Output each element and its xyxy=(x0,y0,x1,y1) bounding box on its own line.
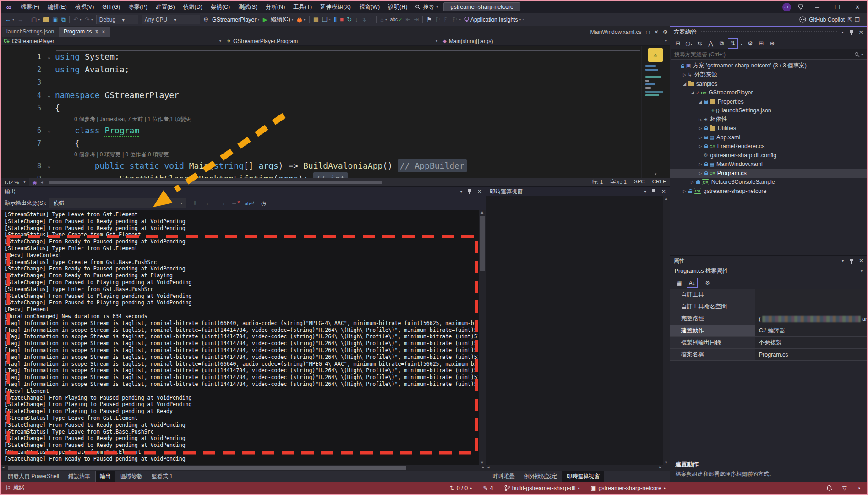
menu-item-4[interactable]: GIT(G) xyxy=(98,1,124,13)
save-all-button[interactable]: ⧉ xyxy=(60,15,67,25)
properties-shortcut-icon[interactable]: ⧉ xyxy=(717,40,727,47)
collapsed-arrow-icon[interactable]: ▷ xyxy=(697,135,704,140)
tabstrip-settings-icon[interactable]: ⚙ xyxy=(663,29,668,35)
breakpoints-window-button[interactable]: ❒₌ xyxy=(321,15,332,25)
collapsed-arrow-icon[interactable]: ▷ xyxy=(697,126,704,131)
zoom-dropdown[interactable]: 132 %▾ xyxy=(1,178,29,186)
right-tab-mainwindow[interactable]: MainWindow.xaml.cs xyxy=(590,29,641,35)
immediate-panel-header[interactable]: 即時運算視窗 ▾✕ xyxy=(486,187,670,196)
menu-item-3[interactable]: 檢視(V) xyxy=(71,1,98,13)
minimize-button[interactable]: ─ xyxy=(810,4,824,11)
prev-message-icon[interactable]: ← xyxy=(203,200,214,207)
menu-item-13[interactable]: 視窗(W) xyxy=(355,1,384,13)
solution-explorer-header[interactable]: 方案總管 ▾✕ xyxy=(670,27,867,37)
code-line-8[interactable]: 8⌄ public static void Main(string[] args… xyxy=(1,160,641,172)
next-message-icon[interactable]: → xyxy=(217,200,228,207)
property-row-建置動作[interactable]: 建置動作C# 編譯器 xyxy=(670,325,867,337)
fold-icon[interactable]: ⌄ xyxy=(43,50,55,63)
output-log[interactable]: [StreamStatus] Type Leave from Gst.Eleme… xyxy=(1,210,486,465)
bell-icon[interactable] xyxy=(826,485,832,491)
panel-tab-錯誤清單[interactable]: 錯誤清單 xyxy=(64,471,94,482)
menu-item-10[interactable]: 分析(N) xyxy=(262,1,289,13)
new-file-button[interactable]: ▢▾ xyxy=(30,15,41,25)
tree-item-方案 'gstreamer-sharp-netcore' (3 / 3 個專案)[interactable]: ▣方案 'gstreamer-sharp-netcore' (3 / 3 個專案… xyxy=(670,61,867,71)
tree-item-Properties[interactable]: ◢Properties xyxy=(670,97,867,106)
tree-item-Program.cs[interactable]: ▷C#Program.cs xyxy=(670,169,867,178)
property-row-自訂工具[interactable]: 自訂工具 xyxy=(670,289,867,301)
sync-with-active-document-icon[interactable]: ⇅ xyxy=(728,38,738,49)
fold-icon[interactable]: ⌄ xyxy=(43,160,55,172)
code-line-9[interactable]: 9 .StartWithClassicDesktopLifetime(args)… xyxy=(1,172,641,178)
panel-tab-輸出[interactable]: 輸出 xyxy=(95,471,115,482)
collapsed-arrow-icon[interactable]: ▷ xyxy=(697,117,704,122)
menu-item-1[interactable]: 檔案(F) xyxy=(16,1,44,13)
avatar[interactable]: JT xyxy=(782,3,791,11)
scroll-down-icon[interactable]: ▾ xyxy=(642,171,670,176)
config-dropdown[interactable]: Debug▾ xyxy=(96,15,138,24)
collapse-all-icon[interactable]: ⋀ xyxy=(706,40,716,47)
indent-mode[interactable]: SPC xyxy=(634,179,645,186)
platform-dropdown[interactable]: Any CPU▾ xyxy=(142,15,200,24)
output-pin-icon[interactable] xyxy=(468,189,472,194)
clear-bookmarks-button[interactable]: ⚐₌ xyxy=(451,15,462,25)
output-close-icon[interactable]: ✕ xyxy=(477,188,482,195)
code-line-4[interactable]: 4⌄namespace GStreamerPlayer xyxy=(1,89,641,102)
editor-hscrollbar[interactable] xyxy=(49,180,586,184)
fold-icon[interactable] xyxy=(43,76,55,89)
expanded-arrow-icon[interactable]: ◢ xyxy=(689,90,696,95)
code-line-6[interactable]: 6⌄ class Program xyxy=(1,124,641,137)
code-line-1[interactable]: 1⌄using System; xyxy=(1,50,641,63)
pending-changes-filter-icon[interactable]: ◷▾ xyxy=(684,40,694,47)
hscroll-left-icon[interactable]: ◂ xyxy=(41,180,43,185)
word-wrap-icon[interactable]: ab↵ xyxy=(244,200,255,207)
panel-tab-開發人員 PowerShell[interactable]: 開發人員 PowerShell xyxy=(4,471,63,482)
menu-item-2[interactable]: 編輯(E) xyxy=(44,1,71,13)
collapsed-arrow-icon[interactable]: ▷ xyxy=(697,171,704,176)
sync-namespaces-icon[interactable]: ⇆ xyxy=(695,40,705,47)
funnel-icon[interactable]: ▽ xyxy=(842,484,847,491)
collapsed-arrow-icon[interactable]: ▷ xyxy=(682,72,688,77)
tree-item-launchSettings.json[interactable]: +{}launchSettings.json xyxy=(670,106,867,116)
goto-message-icon[interactable]: ⇩ xyxy=(189,200,200,207)
code-line-2[interactable]: 2using Avalonia; xyxy=(1,63,641,76)
indent-button[interactable]: ⇥ xyxy=(412,15,420,25)
panel-tab-監看式 1[interactable]: 監看式 1 xyxy=(147,471,177,482)
debug-tab-即時運算視窗[interactable]: 即時運算視窗 xyxy=(562,471,604,482)
menu-item-8[interactable]: 架構(C) xyxy=(207,1,234,13)
tab-close-icon[interactable]: ✕ xyxy=(102,29,105,34)
tree-item-FrameRenderer.cs[interactable]: ▷C#FrameRenderer.cs xyxy=(670,142,867,151)
copilot-label[interactable]: GitHub Copilot xyxy=(809,16,845,23)
timestamp-icon[interactable]: ◷ xyxy=(258,200,269,207)
toggle-bookmark-button[interactable]: ⚑ xyxy=(425,15,433,25)
editor-tab-Program.cs[interactable]: Program.cs⊼✕ xyxy=(59,27,110,37)
clear-all-icon[interactable]: ≣✕ xyxy=(230,200,241,207)
menu-item-6[interactable]: 建置(B) xyxy=(152,1,179,13)
breadcrumb-type[interactable]: ❖GStreamerPlayer.Program▾ xyxy=(224,37,440,45)
properties-object-selector[interactable]: Program.cs 檔案屬性▾ xyxy=(670,265,867,276)
minimap[interactable] xyxy=(645,65,665,138)
debug-target-button[interactable]: ⚙ GStreamerPlayer▾ xyxy=(202,15,261,25)
property-row-複製到輸出目錄[interactable]: 複製到輸出目錄不要複製 xyxy=(670,337,867,349)
code-line-3[interactable]: 3 xyxy=(1,76,641,89)
tree-item-外部來源[interactable]: ▷↳外部來源 xyxy=(670,71,867,80)
property-row-檔案名稱[interactable]: 檔案名稱Program.cs xyxy=(670,349,867,361)
sync-dropdown-icon[interactable]: ▾ xyxy=(739,40,744,47)
property-row-完整路徑[interactable]: 完整路徑(ar xyxy=(670,313,867,325)
properties-header[interactable]: 屬性 ▾✕ xyxy=(670,256,867,265)
editor-tab-launchSettings.json[interactable]: launchSettings.json xyxy=(2,27,59,37)
collapsed-arrow-icon[interactable]: ▷ xyxy=(689,180,696,184)
continue-button[interactable]: ▶ 繼續(C)▾ xyxy=(262,15,295,25)
hot-reload-button[interactable]: ▾ xyxy=(295,15,307,25)
switch-views-icon[interactable]: ⊟ xyxy=(673,40,683,47)
menu-item-12[interactable]: 延伸模組(X) xyxy=(316,1,355,13)
prev-bookmark-button[interactable]: ⚐ xyxy=(434,15,442,25)
menu-item-14[interactable]: 說明(H) xyxy=(384,1,411,13)
pending-edits[interactable]: ✎4 xyxy=(483,484,493,491)
fold-icon[interactable] xyxy=(43,63,55,76)
se-menu-icon[interactable]: ▾ xyxy=(842,30,844,34)
codelens[interactable]: 0 個參考 | 0 項變更 | 0 位作者,0 項變更 xyxy=(1,150,641,160)
menu-item-9[interactable]: 測試(S) xyxy=(234,1,262,13)
tree-item-gstreamer-sharp-netcore[interactable]: ▷C#gstreamer-sharp-netcore xyxy=(670,187,867,196)
step-into-button[interactable]: ↓ xyxy=(354,15,360,25)
fold-icon[interactable] xyxy=(43,172,55,178)
